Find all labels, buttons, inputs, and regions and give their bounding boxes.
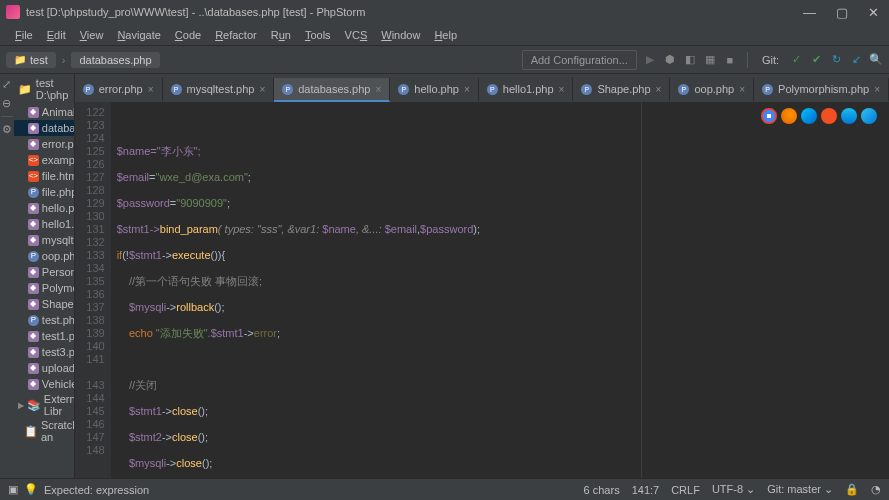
tree-item[interactable]: ◆Shape.ph [14,296,74,312]
menu-window[interactable]: Window [374,27,427,43]
menu-bar: File Edit View Navigate Code Refactor Ru… [0,24,889,46]
firefox-icon[interactable] [781,108,797,124]
tree-item[interactable]: <>file.html [14,168,74,184]
editor-tab[interactable]: Phello.php× [390,78,479,102]
tree-item[interactable]: Poop.php [14,248,74,264]
git-update-icon[interactable]: ↙ [849,53,863,67]
editor-tab[interactable]: Pdatabases.php× [274,78,390,102]
chrome-icon[interactable] [761,108,777,124]
editor-tab[interactable]: PShape.php× [573,78,670,102]
menu-run[interactable]: Run [264,27,298,43]
menu-code[interactable]: Code [168,27,208,43]
menu-file[interactable]: File [8,27,40,43]
menu-vcs[interactable]: VCS [338,27,375,43]
window-title: test [D:\phpstudy_pro\WWW\test] - ..\dat… [26,6,803,18]
close-tab-icon[interactable]: × [148,84,154,95]
close-tab-icon[interactable]: × [259,84,265,95]
menu-tools[interactable]: Tools [298,27,338,43]
close-tab-icon[interactable]: × [739,84,745,95]
ie-icon[interactable] [841,108,857,124]
tree-item[interactable]: ◆mysqltes [14,232,74,248]
close-tab-icon[interactable]: × [375,84,381,95]
git-commit-icon[interactable]: ✓ [789,53,803,67]
menu-edit[interactable]: Edit [40,27,73,43]
status-inspector-icon[interactable]: ◔ [871,483,881,496]
add-configuration-button[interactable]: Add Configuration... [522,50,637,70]
status-eol[interactable]: CRLF [671,484,700,496]
stop-icon[interactable]: ■ [723,53,737,67]
breadcrumb-sep: › [62,54,66,66]
tree-item[interactable]: ◆Person.p [14,264,74,280]
debug-icon[interactable]: ⬢ [663,53,677,67]
status-encoding[interactable]: UTF-8 ⌄ [712,483,755,496]
status-lock-icon[interactable]: 🔒 [845,483,859,496]
tree-item[interactable]: ◆database [14,120,74,136]
collapse-icon[interactable]: ⊖ [2,97,11,110]
tree-item[interactable]: ◆hello.ph [14,200,74,216]
project-tree: 📁 test D:\php ◆Animal.p◆database◆error.p… [14,74,75,478]
menu-help[interactable]: Help [427,27,464,43]
close-tab-icon[interactable]: × [559,84,565,95]
status-position[interactable]: 141:7 [632,484,660,496]
breadcrumb-folder[interactable]: test [6,52,56,68]
maximize-button[interactable]: ▢ [836,5,848,20]
tree-item[interactable]: ◆Polymor [14,280,74,296]
status-bar: ▣ 💡 Expected: expression 6 chars 141:7 C… [0,478,889,500]
toolbar: test › databases.php Add Configuration..… [0,46,889,74]
menu-navigate[interactable]: Navigate [110,27,167,43]
menu-refactor[interactable]: Refactor [208,27,264,43]
breadcrumb-file[interactable]: databases.php [71,52,159,68]
tree-item[interactable]: Pfile.php [14,184,74,200]
browser-preview-icons [761,108,877,124]
tree-item[interactable]: ◆Vehicle.p [14,376,74,392]
close-window-button[interactable]: ✕ [868,5,879,20]
opera-icon[interactable] [821,108,837,124]
editor-tab[interactable]: Phello1.php× [479,78,574,102]
git-label: Git: [762,54,779,66]
close-tab-icon[interactable]: × [874,84,880,95]
git-push-icon[interactable]: ✔ [809,53,823,67]
edge-icon[interactable] [861,108,877,124]
git-history-icon[interactable]: ↻ [829,53,843,67]
tree-item[interactable]: ◆test1.ph [14,328,74,344]
profiler-icon[interactable]: ▦ [703,53,717,67]
tree-item[interactable]: ◆hello1.ph [14,216,74,232]
expand-all-icon[interactable]: ⤢ [2,78,11,91]
tree-root[interactable]: 📁 test D:\php [14,74,74,104]
editor-tab[interactable]: Perror.php× [75,78,163,102]
editor-tab[interactable]: Pmysqltest.php× [163,78,275,102]
tree-item[interactable]: ◆error.ph [14,136,74,152]
external-libraries[interactable]: ▶📚 External Libr [14,392,74,418]
tree-item[interactable]: ◆Animal.p [14,104,74,120]
breadcrumb: test › databases.php [6,52,522,68]
line-gutter: 1221231241251261271281291301311321331341… [75,102,111,478]
editor-tabs: Perror.php×Pmysqltest.php×Pdatabases.php… [75,74,889,102]
tool-strip: ⤢ ⊖ ⚙ [0,74,14,478]
tree-item[interactable]: ◆test3.ph [14,344,74,360]
scratches[interactable]: 📋 Scratches an [14,418,74,444]
gear-icon[interactable]: ⚙ [2,123,12,136]
hint-bulb-icon[interactable]: 💡 [24,483,38,496]
coverage-icon[interactable]: ◧ [683,53,697,67]
close-tab-icon[interactable]: × [656,84,662,95]
close-tab-icon[interactable]: × [464,84,470,95]
editor-tab[interactable]: Poop.php× [670,78,754,102]
tool-window-icon[interactable]: ▣ [8,483,18,496]
tree-item[interactable]: ◆upload.p [14,360,74,376]
safari-icon[interactable] [801,108,817,124]
status-chars: 6 chars [584,484,620,496]
tree-item[interactable]: <>example. [14,152,74,168]
status-branch[interactable]: Git: master ⌄ [767,483,833,496]
phpstorm-icon [6,5,20,19]
status-hint: Expected: expression [44,484,149,496]
run-icon[interactable]: ▶ [643,53,657,67]
code-editor[interactable]: $name="李小东"; $email="wxe_d@exa.com"; $pa… [111,102,889,478]
search-icon[interactable]: 🔍 [869,53,883,67]
menu-view[interactable]: View [73,27,111,43]
tree-item[interactable]: Ptest.php [14,312,74,328]
minimize-button[interactable]: — [803,5,816,20]
editor-tab[interactable]: PPolymorphism.php× [754,78,889,102]
title-bar: test [D:\phpstudy_pro\WWW\test] - ..\dat… [0,0,889,24]
